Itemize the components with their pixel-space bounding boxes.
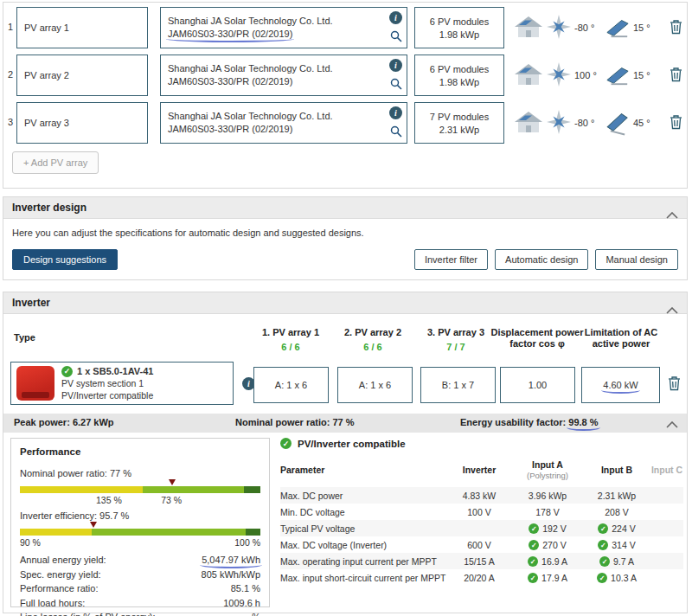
- assignment-array1-field[interactable]: A: 1 x 6: [253, 367, 329, 403]
- stat-row: Full load hours: 1009.6 h: [20, 596, 260, 611]
- assignment-value: A: 1 x 6: [275, 380, 307, 390]
- roof-mounting-icon[interactable]: [514, 16, 543, 41]
- magnifier-icon[interactable]: [390, 30, 402, 45]
- tilt-value[interactable]: 45 °: [633, 118, 656, 128]
- magnifier-icon[interactable]: [390, 78, 402, 93]
- results-summary-bar[interactable]: Peak power: 6.27 kWp Nominal power ratio…: [3, 414, 687, 433]
- delete-array-icon[interactable]: [670, 19, 682, 37]
- collapse-chevron-icon[interactable]: [666, 420, 678, 430]
- gauge-marker: [90, 522, 97, 528]
- add-pv-array-button[interactable]: + Add PV array: [12, 151, 99, 174]
- automatic-design-button[interactable]: Automatic design: [495, 249, 588, 270]
- module-manufacturer: Shanghai JA Solar Technology Co. Ltd.: [168, 62, 377, 75]
- ok-check-icon: [597, 573, 607, 583]
- inverter-unit-box[interactable]: 1 x SB5.0-1AV-41 PV system section 1 PV/…: [10, 362, 234, 405]
- azimuth-compass-icon[interactable]: [547, 15, 571, 41]
- assignment-value: B: 1 x 7: [442, 380, 474, 390]
- azimuth-value[interactable]: -80 °: [574, 22, 602, 33]
- module-selector-field[interactable]: Shanghai JA Solar Technology Co. Ltd. JA…: [160, 102, 407, 144]
- collapse-chevron-icon[interactable]: [666, 300, 678, 322]
- roof-mounting-icon[interactable]: [514, 111, 543, 136]
- input-c-header: Input C: [650, 465, 683, 475]
- table-row: Typical PV voltage 192 V 224 V: [280, 520, 683, 536]
- tick-label: 100 %: [234, 537, 260, 548]
- peak-power-label: Peak power:: [14, 417, 70, 427]
- input-b-value: 2.31 kWp: [598, 491, 636, 501]
- inverter-design-header[interactable]: Inverter design: [3, 197, 687, 219]
- design-suggestions-button[interactable]: Design suggestions: [12, 249, 118, 270]
- input-a-value: 3.96 kWp: [529, 491, 567, 501]
- tilt-value[interactable]: 15 °: [633, 22, 656, 33]
- assignment-value: A: 1 x 6: [359, 380, 391, 390]
- compat-table-header: Parameter Inverter Input A (Polystring) …: [280, 459, 683, 480]
- input-a-value: 270 V: [542, 540, 566, 550]
- tilt-value[interactable]: 15 °: [633, 70, 656, 80]
- delete-inverter-icon[interactable]: [668, 375, 681, 394]
- assignment-array3-field[interactable]: B: 1 x 7: [420, 367, 496, 403]
- compatibility-header: PV/Inverter compatible: [280, 438, 683, 449]
- module-count: 7 PV modules: [415, 111, 503, 124]
- delete-array-icon[interactable]: [670, 67, 682, 85]
- info-icon[interactable]: [389, 59, 402, 72]
- ok-check-icon: [598, 523, 608, 534]
- input-b-value: 10.3 A: [611, 573, 637, 583]
- usability-summary: Energy usability factor: 99.8 %: [460, 417, 599, 427]
- nominal-ratio-gauge-bar: [20, 486, 260, 493]
- module-count-box: 6 PV modules 1.98 kWp: [414, 7, 504, 48]
- efficiency-ticks: 90 % 100 %: [20, 536, 260, 548]
- pv-arrays-section: 1 PV array 1 Shanghai JA Solar Technolog…: [3, 2, 688, 189]
- inverter-value: 15/15 A: [446, 556, 512, 567]
- module-manufacturer: Shanghai JA Solar Technology Co. Ltd.: [168, 110, 377, 123]
- performance-stats: Annual energy yield: 5,047.97 kWh Spec. …: [20, 553, 260, 616]
- orientation-controls: -80 ° 15 °: [514, 6, 668, 49]
- stat-label: Line losses (in % of PV energy):: [20, 610, 167, 616]
- azimuth-compass-icon[interactable]: [547, 62, 571, 88]
- stat-row: Annual energy yield: 5,047.97 kWh: [20, 553, 260, 568]
- gauge-marker: [169, 479, 176, 485]
- inverter-filter-button[interactable]: Inverter filter: [414, 249, 488, 270]
- inverter-name: 1 x SB5.0-1AV-41: [77, 365, 153, 377]
- module-count: 6 PV modules: [415, 63, 503, 76]
- input-a-value: 192 V: [542, 523, 566, 534]
- column-label: 2. PV array 2: [325, 327, 420, 338]
- info-icon[interactable]: [389, 11, 402, 24]
- ok-check-icon: [528, 573, 538, 583]
- tick-label: 90 %: [20, 537, 41, 548]
- magnifier-icon[interactable]: [390, 125, 402, 140]
- assignment-array2-field[interactable]: A: 1 x 6: [337, 367, 413, 403]
- tilt-panel-icon[interactable]: [606, 15, 630, 41]
- compatibility-status: PV/Inverter compatible: [61, 389, 153, 401]
- stat-row: Performance ratio: 85.1 %: [20, 581, 260, 596]
- pv-array-row: 2 PV array 2 Shanghai JA Solar Technolog…: [3, 54, 687, 99]
- module-selector-field[interactable]: Shanghai JA Solar Technology Co. Ltd. JA…: [160, 55, 407, 96]
- ac-limit-field[interactable]: 4.60 kW: [581, 367, 660, 403]
- tilt-panel-icon[interactable]: [603, 107, 632, 138]
- design-buttons-group: Inverter filter Automatic design Manual …: [414, 249, 678, 270]
- tilt-panel-icon[interactable]: [606, 62, 630, 88]
- inverter-value: 4.83 kW: [446, 491, 512, 501]
- type-column-header: Type: [14, 332, 35, 343]
- roof-mounting-icon[interactable]: [514, 63, 543, 88]
- param-header: Parameter: [280, 465, 446, 475]
- compat-table-body: Max. DC power 4.83 kW 3.96 kWp 2.31 kWp …: [280, 487, 683, 586]
- stat-label: Full load hours:: [20, 596, 167, 611]
- azimuth-value[interactable]: 100 °: [574, 70, 602, 80]
- info-icon[interactable]: [389, 106, 402, 119]
- azimuth-compass-icon[interactable]: [547, 110, 571, 136]
- pv-array-name-field[interactable]: PV array 1: [16, 7, 148, 48]
- pv-array-name-field[interactable]: PV array 2: [16, 55, 148, 96]
- nominal-ratio-gauge-label: Nominal power ratio: 77 %: [20, 468, 260, 478]
- stat-value: 5,047.97 kWh: [202, 555, 260, 565]
- section-title: Inverter: [12, 297, 50, 309]
- module-selector-field[interactable]: Shanghai JA Solar Technology Co. Ltd. JA…: [160, 7, 407, 48]
- cos-phi-field[interactable]: 1.00: [500, 367, 575, 403]
- input-a-value: 16.9 A: [541, 556, 567, 567]
- table-row: Max. operating input current per MPPT 15…: [280, 553, 683, 569]
- pv-array-name-field[interactable]: PV array 3: [16, 102, 148, 144]
- azimuth-value[interactable]: -80 °: [574, 118, 602, 128]
- collapse-chevron-icon[interactable]: [666, 205, 678, 227]
- assigned-count: 6 / 6: [243, 342, 338, 353]
- manual-design-button[interactable]: Manual design: [595, 249, 678, 270]
- inverter-header[interactable]: Inverter: [3, 292, 687, 314]
- delete-array-icon[interactable]: [670, 114, 682, 132]
